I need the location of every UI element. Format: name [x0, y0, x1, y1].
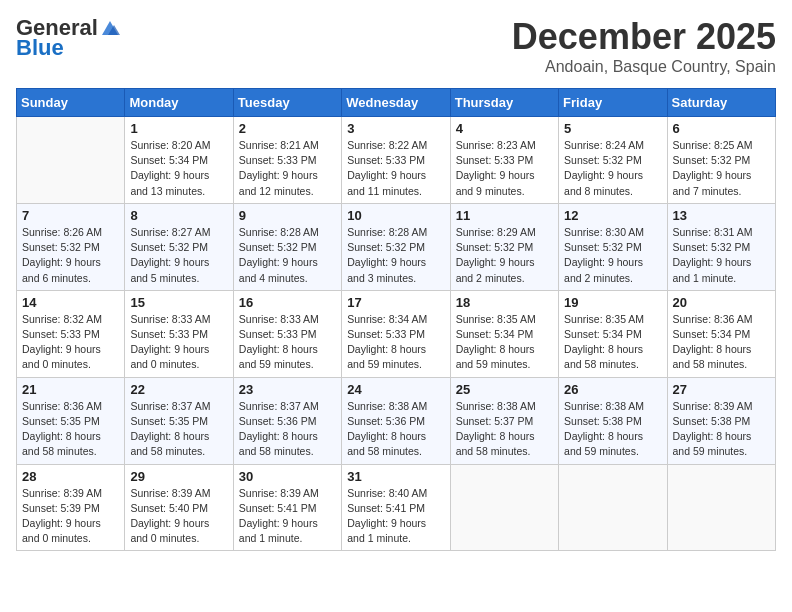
calendar-cell: 30Sunrise: 8:39 AM Sunset: 5:41 PM Dayli…: [233, 464, 341, 551]
calendar-cell: 5Sunrise: 8:24 AM Sunset: 5:32 PM Daylig…: [559, 117, 667, 204]
day-info: Sunrise: 8:21 AM Sunset: 5:33 PM Dayligh…: [239, 138, 336, 199]
day-info: Sunrise: 8:37 AM Sunset: 5:35 PM Dayligh…: [130, 399, 227, 460]
day-info: Sunrise: 8:22 AM Sunset: 5:33 PM Dayligh…: [347, 138, 444, 199]
day-number: 5: [564, 121, 661, 136]
day-number: 20: [673, 295, 770, 310]
day-number: 24: [347, 382, 444, 397]
day-info: Sunrise: 8:30 AM Sunset: 5:32 PM Dayligh…: [564, 225, 661, 286]
day-info: Sunrise: 8:35 AM Sunset: 5:34 PM Dayligh…: [564, 312, 661, 373]
month-title: December 2025: [512, 16, 776, 58]
calendar-cell: 8Sunrise: 8:27 AM Sunset: 5:32 PM Daylig…: [125, 203, 233, 290]
calendar-weekday-header: Wednesday: [342, 89, 450, 117]
location: Andoain, Basque Country, Spain: [512, 58, 776, 76]
day-info: Sunrise: 8:28 AM Sunset: 5:32 PM Dayligh…: [239, 225, 336, 286]
day-number: 29: [130, 469, 227, 484]
day-number: 3: [347, 121, 444, 136]
calendar-weekday-header: Saturday: [667, 89, 775, 117]
calendar-weekday-header: Monday: [125, 89, 233, 117]
calendar-cell: 29Sunrise: 8:39 AM Sunset: 5:40 PM Dayli…: [125, 464, 233, 551]
calendar-cell: 31Sunrise: 8:40 AM Sunset: 5:41 PM Dayli…: [342, 464, 450, 551]
day-number: 10: [347, 208, 444, 223]
day-info: Sunrise: 8:38 AM Sunset: 5:37 PM Dayligh…: [456, 399, 553, 460]
day-info: Sunrise: 8:38 AM Sunset: 5:36 PM Dayligh…: [347, 399, 444, 460]
day-number: 23: [239, 382, 336, 397]
day-info: Sunrise: 8:36 AM Sunset: 5:35 PM Dayligh…: [22, 399, 119, 460]
day-number: 16: [239, 295, 336, 310]
day-number: 27: [673, 382, 770, 397]
day-number: 6: [673, 121, 770, 136]
calendar-cell: [17, 117, 125, 204]
day-info: Sunrise: 8:23 AM Sunset: 5:33 PM Dayligh…: [456, 138, 553, 199]
day-number: 19: [564, 295, 661, 310]
calendar-cell: 6Sunrise: 8:25 AM Sunset: 5:32 PM Daylig…: [667, 117, 775, 204]
calendar-cell: 13Sunrise: 8:31 AM Sunset: 5:32 PM Dayli…: [667, 203, 775, 290]
day-number: 8: [130, 208, 227, 223]
day-info: Sunrise: 8:32 AM Sunset: 5:33 PM Dayligh…: [22, 312, 119, 373]
day-number: 17: [347, 295, 444, 310]
day-info: Sunrise: 8:33 AM Sunset: 5:33 PM Dayligh…: [239, 312, 336, 373]
day-number: 14: [22, 295, 119, 310]
day-number: 22: [130, 382, 227, 397]
day-info: Sunrise: 8:28 AM Sunset: 5:32 PM Dayligh…: [347, 225, 444, 286]
day-number: 2: [239, 121, 336, 136]
calendar-cell: 22Sunrise: 8:37 AM Sunset: 5:35 PM Dayli…: [125, 377, 233, 464]
calendar-week-row: 7Sunrise: 8:26 AM Sunset: 5:32 PM Daylig…: [17, 203, 776, 290]
calendar-week-row: 1Sunrise: 8:20 AM Sunset: 5:34 PM Daylig…: [17, 117, 776, 204]
calendar-cell: 1Sunrise: 8:20 AM Sunset: 5:34 PM Daylig…: [125, 117, 233, 204]
calendar-cell: 3Sunrise: 8:22 AM Sunset: 5:33 PM Daylig…: [342, 117, 450, 204]
day-number: 30: [239, 469, 336, 484]
calendar-week-row: 28Sunrise: 8:39 AM Sunset: 5:39 PM Dayli…: [17, 464, 776, 551]
calendar-cell: 11Sunrise: 8:29 AM Sunset: 5:32 PM Dayli…: [450, 203, 558, 290]
day-info: Sunrise: 8:31 AM Sunset: 5:32 PM Dayligh…: [673, 225, 770, 286]
day-number: 12: [564, 208, 661, 223]
day-info: Sunrise: 8:26 AM Sunset: 5:32 PM Dayligh…: [22, 225, 119, 286]
day-number: 9: [239, 208, 336, 223]
day-number: 15: [130, 295, 227, 310]
day-info: Sunrise: 8:34 AM Sunset: 5:33 PM Dayligh…: [347, 312, 444, 373]
calendar-cell: 4Sunrise: 8:23 AM Sunset: 5:33 PM Daylig…: [450, 117, 558, 204]
day-number: 28: [22, 469, 119, 484]
day-number: 25: [456, 382, 553, 397]
calendar-cell: 9Sunrise: 8:28 AM Sunset: 5:32 PM Daylig…: [233, 203, 341, 290]
page-header: General Blue December 2025 Andoain, Basq…: [16, 16, 776, 76]
calendar-week-row: 14Sunrise: 8:32 AM Sunset: 5:33 PM Dayli…: [17, 290, 776, 377]
day-number: 4: [456, 121, 553, 136]
calendar-cell: [450, 464, 558, 551]
day-number: 21: [22, 382, 119, 397]
calendar-cell: 24Sunrise: 8:38 AM Sunset: 5:36 PM Dayli…: [342, 377, 450, 464]
calendar-cell: 15Sunrise: 8:33 AM Sunset: 5:33 PM Dayli…: [125, 290, 233, 377]
calendar-table: SundayMondayTuesdayWednesdayThursdayFrid…: [16, 88, 776, 551]
day-info: Sunrise: 8:39 AM Sunset: 5:40 PM Dayligh…: [130, 486, 227, 547]
calendar-cell: 20Sunrise: 8:36 AM Sunset: 5:34 PM Dayli…: [667, 290, 775, 377]
day-info: Sunrise: 8:35 AM Sunset: 5:34 PM Dayligh…: [456, 312, 553, 373]
calendar-cell: 7Sunrise: 8:26 AM Sunset: 5:32 PM Daylig…: [17, 203, 125, 290]
day-number: 26: [564, 382, 661, 397]
day-number: 18: [456, 295, 553, 310]
calendar-cell: 14Sunrise: 8:32 AM Sunset: 5:33 PM Dayli…: [17, 290, 125, 377]
day-number: 11: [456, 208, 553, 223]
calendar-weekday-header: Sunday: [17, 89, 125, 117]
calendar-cell: 18Sunrise: 8:35 AM Sunset: 5:34 PM Dayli…: [450, 290, 558, 377]
logo: General Blue: [16, 16, 120, 60]
calendar-cell: 10Sunrise: 8:28 AM Sunset: 5:32 PM Dayli…: [342, 203, 450, 290]
day-info: Sunrise: 8:20 AM Sunset: 5:34 PM Dayligh…: [130, 138, 227, 199]
day-info: Sunrise: 8:36 AM Sunset: 5:34 PM Dayligh…: [673, 312, 770, 373]
logo-icon: [100, 19, 120, 37]
day-info: Sunrise: 8:38 AM Sunset: 5:38 PM Dayligh…: [564, 399, 661, 460]
day-info: Sunrise: 8:37 AM Sunset: 5:36 PM Dayligh…: [239, 399, 336, 460]
day-number: 7: [22, 208, 119, 223]
calendar-cell: 2Sunrise: 8:21 AM Sunset: 5:33 PM Daylig…: [233, 117, 341, 204]
day-number: 1: [130, 121, 227, 136]
calendar-cell: 25Sunrise: 8:38 AM Sunset: 5:37 PM Dayli…: [450, 377, 558, 464]
day-info: Sunrise: 8:39 AM Sunset: 5:38 PM Dayligh…: [673, 399, 770, 460]
day-info: Sunrise: 8:39 AM Sunset: 5:39 PM Dayligh…: [22, 486, 119, 547]
calendar-cell: 19Sunrise: 8:35 AM Sunset: 5:34 PM Dayli…: [559, 290, 667, 377]
calendar-cell: 21Sunrise: 8:36 AM Sunset: 5:35 PM Dayli…: [17, 377, 125, 464]
calendar-weekday-header: Thursday: [450, 89, 558, 117]
calendar-cell: 17Sunrise: 8:34 AM Sunset: 5:33 PM Dayli…: [342, 290, 450, 377]
day-number: 31: [347, 469, 444, 484]
day-info: Sunrise: 8:40 AM Sunset: 5:41 PM Dayligh…: [347, 486, 444, 547]
day-info: Sunrise: 8:39 AM Sunset: 5:41 PM Dayligh…: [239, 486, 336, 547]
calendar-cell: 26Sunrise: 8:38 AM Sunset: 5:38 PM Dayli…: [559, 377, 667, 464]
day-info: Sunrise: 8:33 AM Sunset: 5:33 PM Dayligh…: [130, 312, 227, 373]
